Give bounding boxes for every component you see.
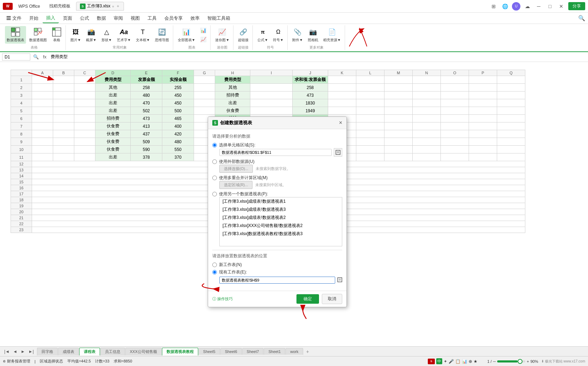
tab-sheet7[interactable]: Sheet7 (242, 348, 264, 355)
menu-template[interactable]: 找稻壳模板 (46, 2, 74, 10)
mindmap-btn[interactable]: 🔄 思维导图 (153, 26, 171, 44)
bar-chart-btn[interactable]: 📊 (198, 26, 208, 34)
cell-F1[interactable]: 实报金额 (162, 76, 194, 84)
tab-tianzige[interactable]: 田字格 (37, 348, 58, 355)
listbox-item-3[interactable]: [工作簿3.xlsx]XXX公司销售额!数据透视表2 (220, 222, 342, 230)
menu-formula[interactable]: 公式 (76, 14, 93, 23)
tab-yuangong[interactable]: 员工信息 (100, 348, 125, 355)
select-connection-btn[interactable]: 选择连接(O)... (219, 165, 253, 173)
tab-sheet5[interactable]: Sheet5 (199, 348, 220, 355)
cell-E2[interactable]: 258 (131, 84, 162, 92)
cell-H1[interactable]: 费用类型 (215, 76, 250, 84)
location-input[interactable] (219, 277, 335, 284)
cancel-button[interactable]: 取消 (322, 294, 342, 304)
radio-cell-range[interactable] (212, 143, 217, 147)
radio-external-data[interactable] (212, 159, 217, 164)
cell-range-input[interactable] (219, 149, 332, 156)
all-charts-btn[interactable]: 📊 全部图表▼ (176, 26, 197, 44)
menu-insert[interactable]: 插入 (43, 13, 59, 23)
menu-efficiency[interactable]: 效率 (187, 14, 203, 23)
select-area-btn[interactable]: 选定区域(R)... (219, 181, 252, 189)
zoom-minus[interactable]: ─ (493, 359, 496, 364)
tab-pivot[interactable]: 数据透视表教程 (162, 348, 198, 355)
sparkline-btn[interactable]: 📈 迷你图▼ (213, 26, 231, 44)
cell-G1[interactable] (194, 76, 215, 84)
layout-icon[interactable]: ⊞ (489, 2, 498, 11)
hyperlink-btn[interactable]: 🔗 超链接 (236, 26, 250, 44)
cell-D2[interactable]: 其他 (95, 84, 131, 92)
wifi-icon[interactable]: ☁ (523, 2, 532, 11)
cell-L1[interactable] (356, 76, 384, 84)
cell-Q1[interactable] (497, 76, 525, 84)
menu-review[interactable]: 审阅 (110, 14, 126, 23)
picture-btn[interactable]: 🖼 图片▼ (69, 26, 83, 44)
pivot-chart-btn[interactable]: 数据透视图 (27, 26, 49, 44)
listbox-item-2[interactable]: [工作簿3.xlsx]成绩表!数据透视表2 (220, 214, 342, 222)
sheet-nav-next[interactable]: ► (19, 348, 26, 355)
maximize-btn[interactable]: □ (546, 2, 554, 11)
cell-I1[interactable] (250, 76, 293, 84)
tab-sheet6[interactable]: Sheet6 (220, 348, 242, 355)
menu-view[interactable]: 视图 (127, 14, 143, 23)
radio-existing-sheet[interactable] (212, 270, 217, 274)
menu-page[interactable]: 页面 (60, 14, 76, 23)
zoom-slider[interactable] (497, 360, 525, 362)
listbox-item-0[interactable]: [工作簿3.xlsx]成绩表!数据透视表1 (220, 197, 342, 206)
zoom-plus[interactable]: + (527, 359, 529, 364)
formula-btn[interactable]: π 公式▼ (256, 26, 270, 44)
cell-H3[interactable]: 招待费 (215, 92, 250, 99)
line-chart-btn[interactable]: 📈 (198, 35, 208, 44)
listbox-item-4[interactable]: [工作簿3.xlsx]数据透视表教程!数据透视表3 (220, 230, 342, 238)
symbol-btn[interactable]: Ω 符号▼ (271, 26, 285, 44)
minimize-btn[interactable]: ─ (534, 2, 543, 11)
browse-location-btn[interactable] (337, 277, 342, 283)
menu-start[interactable]: 开始 (26, 14, 42, 23)
cell-D1[interactable]: 费用类型 (95, 76, 131, 84)
tab-sheet1[interactable]: Sheet1 (264, 348, 285, 355)
cell-N1[interactable] (413, 76, 441, 84)
sheet-nav-first[interactable]: |◄ (3, 348, 11, 355)
table-btn[interactable]: 表格 (50, 26, 63, 44)
attachment-btn[interactable]: 📎 附件▼ (290, 26, 305, 44)
menu-member[interactable]: 会员专享 (161, 14, 186, 23)
globe-icon[interactable]: 🌐 (501, 2, 509, 11)
camera-btn[interactable]: 📷 照相机 (306, 26, 320, 44)
cell-E3[interactable]: 480 (131, 92, 162, 99)
art-text-btn[interactable]: Aa 艺术字▼ (115, 26, 133, 44)
dialog-close-button[interactable]: × (339, 120, 342, 126)
cell-O1[interactable] (441, 76, 469, 84)
doc-tab[interactable]: S 工作簿3.xlsx ● ＋ (76, 2, 124, 11)
cell-J1[interactable]: 求和项:发票金额 (293, 76, 328, 84)
close-btn[interactable]: ✕ (557, 2, 565, 11)
pivot-table-btn[interactable]: 数据透视表 (5, 26, 26, 44)
tab-work[interactable]: work (286, 348, 303, 355)
cell-P1[interactable] (469, 76, 497, 84)
menu-data[interactable]: 数据 (93, 14, 110, 23)
resource-btn[interactable]: 📄 稻壳资源▼ (321, 26, 343, 44)
menu-tools[interactable]: 工具 (144, 14, 160, 23)
listbox-item-1[interactable]: [工作簿3.xlsx]成绩表!数据透视表3 (220, 206, 342, 214)
add-tab-btn[interactable]: ＋ (116, 3, 120, 9)
browse-range-btn[interactable] (334, 148, 342, 157)
tab-kecheng[interactable]: 课程表 (79, 348, 100, 355)
ok-button[interactable]: 确定 (296, 294, 319, 304)
search-icon[interactable]: 🔍 (578, 15, 585, 21)
menu-file[interactable]: ☰ 文件 (3, 14, 25, 23)
zoom-level[interactable]: 90% (531, 359, 538, 364)
cell-F2[interactable]: 255 (162, 84, 194, 92)
cell-K1[interactable] (328, 76, 356, 84)
cell-reference-input[interactable] (2, 53, 30, 61)
share-button[interactable]: 分享 (568, 2, 585, 10)
financial-mode[interactable]: ⊕ 财务报表管理 (3, 359, 30, 364)
tab-sales[interactable]: XXX公司销售额 (125, 348, 162, 355)
cell-B1[interactable] (53, 76, 74, 84)
cell-M1[interactable] (384, 76, 413, 84)
tips-link[interactable]: ⓘ 操作技巧 (212, 296, 233, 302)
cell-J3[interactable]: 473 (293, 92, 328, 99)
menu-wps-office[interactable]: WPS Office (15, 3, 44, 10)
sheet-nav-last[interactable]: ►| (27, 348, 35, 355)
cell-E1[interactable]: 发票金额 (131, 76, 162, 84)
screenshot-btn[interactable]: 📸 截屏▼ (84, 26, 98, 44)
cell-F3[interactable]: 450 (162, 92, 194, 99)
pivot-listbox[interactable]: [工作簿3.xlsx]成绩表!数据透视表1 [工作簿3.xlsx]成绩表!数据透… (219, 197, 342, 246)
